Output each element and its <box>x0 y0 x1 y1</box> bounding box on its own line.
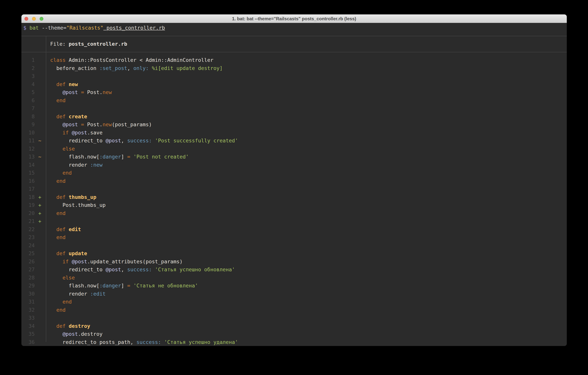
diff-marker-empty <box>35 177 50 185</box>
command-line: $ bat --theme="Railscasts" posts_control… <box>21 24 567 32</box>
token-p <box>65 81 69 87</box>
token-p <box>50 331 63 337</box>
code-text: end <box>50 209 567 218</box>
diff-marker-empty <box>35 64 50 72</box>
diff-marker-empty <box>35 225 50 233</box>
diff-marker-empty <box>35 274 50 282</box>
code-text: def thumbs_up <box>50 193 567 201</box>
token-p <box>50 299 63 305</box>
terminal-content[interactable]: $ bat --theme="Railscasts" posts_control… <box>21 23 567 346</box>
line-number: 12 <box>21 145 35 153</box>
token-kw: end <box>63 170 72 176</box>
line-number: 20 <box>21 209 35 218</box>
line-number: 28 <box>21 274 35 282</box>
token-p: .destroy <box>78 331 103 337</box>
code-text: @post = Post.new <box>50 88 567 97</box>
line-number: 33 <box>21 314 35 322</box>
token-fn: new <box>69 81 78 87</box>
code-line: 24 <box>21 242 567 250</box>
line-number: 21 <box>21 217 35 225</box>
code-line: 25 def update <box>21 250 567 258</box>
token-sym: success: <box>127 266 152 272</box>
token-sym: :edit <box>90 291 105 297</box>
token-p: render <box>50 291 90 297</box>
diff-marker-empty <box>35 72 50 80</box>
code-text: end <box>50 233 567 242</box>
token-p <box>50 121 63 127</box>
token-fn: create <box>69 114 87 120</box>
code-line: 11~ redirect_to @post, success: 'Post su… <box>21 137 567 145</box>
token-p <box>50 89 63 95</box>
code-line: 23 end <box>21 233 567 242</box>
command-token: posts_controller.rb <box>104 25 165 31</box>
code-line: 15 end <box>21 169 567 177</box>
line-number: 24 <box>21 242 35 250</box>
token-p <box>50 130 63 136</box>
code-line: 7 <box>21 104 567 113</box>
diff-marker-empty <box>35 145 50 153</box>
code-line: 20+ end <box>21 209 567 218</box>
header-rule-top <box>21 32 567 40</box>
code-text: before_action :set_post, only: %i[edit u… <box>50 64 567 72</box>
token-iv: @post <box>106 138 121 143</box>
token-p <box>152 138 155 143</box>
token-kw: def <box>56 226 66 232</box>
token-p <box>50 98 56 103</box>
line-number: 18 <box>21 193 35 201</box>
gutter-spacer <box>21 40 35 48</box>
code-line: 28 else <box>21 274 567 282</box>
code-text: end <box>50 298 567 306</box>
diff-marker-empty <box>35 266 50 274</box>
token-p: before_action <box>50 65 99 71</box>
command-token: bat <box>30 25 39 31</box>
token-p <box>65 114 69 120</box>
token-p: ] <box>121 154 127 160</box>
code-line: 17 <box>21 185 567 193</box>
code-text <box>50 185 567 193</box>
code-text: end <box>50 97 567 105</box>
diff-marker-empty <box>35 250 50 258</box>
token-p: (post_params) <box>112 121 152 127</box>
token-iv: @post <box>72 130 87 136</box>
line-number: 34 <box>21 322 35 330</box>
token-kw: = <box>127 154 130 160</box>
code-text: redirect_to @post, success: 'Статья успе… <box>50 266 567 274</box>
command-token: --theme= <box>39 25 66 31</box>
diff-marker-empty <box>35 97 50 105</box>
code-text: if @post.save <box>50 129 567 137</box>
diff-marker-empty <box>35 56 50 64</box>
token-iv: @post <box>106 266 121 272</box>
token-p <box>65 250 69 256</box>
token-kw: new <box>103 89 112 95</box>
line-number: 1 <box>21 56 35 64</box>
token-kw: end <box>63 299 72 305</box>
code-text: render :edit <box>50 290 567 298</box>
token-p: Admin::PostsController < Admin::AdminCon… <box>65 57 213 63</box>
line-number: 3 <box>21 72 35 80</box>
diff-modified-marker: ~ <box>35 153 50 161</box>
file-name: posts_controller.rb <box>69 41 127 47</box>
code-text <box>50 242 567 250</box>
token-sym: success: <box>127 138 152 143</box>
code-text <box>50 217 567 225</box>
code-line: 19+ Post.thumbs_up <box>21 201 567 209</box>
code-line: 36 redirect_to posts_path, success: 'Ста… <box>21 338 567 346</box>
token-kw: end <box>56 307 66 313</box>
title-bar[interactable]: 1. bat: bat --theme="Railscasts" posts_c… <box>21 14 567 23</box>
token-p <box>50 170 63 176</box>
code-text: @post = Post.new(post_params) <box>50 121 567 129</box>
token-kw: end <box>56 98 66 103</box>
token-sym: :danger <box>99 283 121 288</box>
code-line: 18+ def thumbs_up <box>21 193 567 201</box>
code-text: redirect_to posts_path, success: 'Статья… <box>50 338 567 346</box>
gutter-divider <box>46 36 46 342</box>
token-p <box>152 266 155 272</box>
code-line: 2 before_action :set_post, only: %i[edit… <box>21 64 567 72</box>
token-kw: else <box>63 146 75 152</box>
code-text: def destroy <box>50 322 567 330</box>
token-p <box>69 259 72 265</box>
code-line: 10 if @post.save <box>21 129 567 137</box>
token-fn: update <box>69 250 87 256</box>
command-token: "Railscasts" <box>66 25 104 31</box>
diff-marker-empty <box>35 338 50 346</box>
